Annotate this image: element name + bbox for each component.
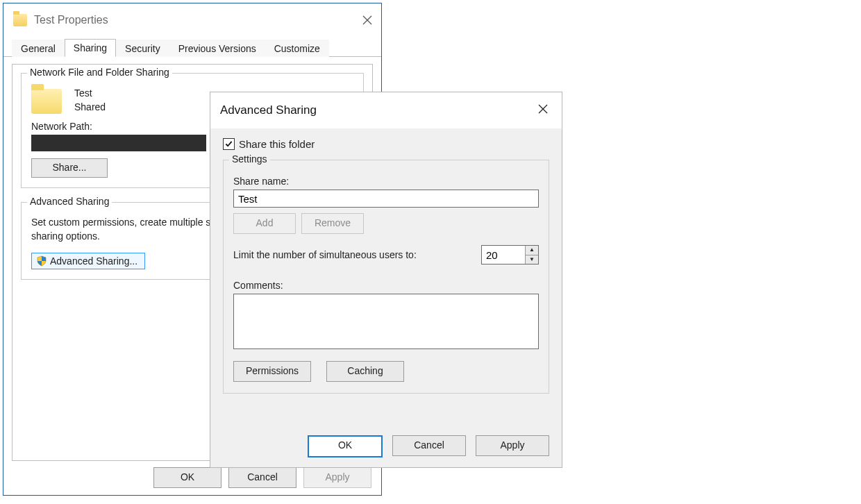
advanced-sharing-button-label: Advanced Sharing... (50, 255, 137, 267)
window-title: Test Properties (34, 14, 360, 26)
close-icon[interactable] (538, 103, 552, 117)
properties-titlebar[interactable]: Test Properties (3, 3, 381, 37)
folder-info: Test Shared (74, 86, 106, 114)
tab-previous-versions[interactable]: Previous Versions (169, 40, 265, 57)
dialog-titlebar[interactable]: Advanced Sharing (210, 92, 562, 128)
share-name-input[interactable] (233, 190, 539, 208)
network-path-value[interactable] (31, 135, 206, 151)
caching-button[interactable]: Caching (326, 361, 404, 382)
spinner-down-icon[interactable]: ▼ (526, 255, 538, 264)
apply-button[interactable]: Apply (476, 435, 549, 456)
dialog-title: Advanced Sharing (220, 103, 317, 117)
tabs: General Sharing Security Previous Versio… (3, 37, 381, 57)
shield-icon (36, 255, 47, 267)
tab-general[interactable]: General (12, 40, 65, 57)
ok-button[interactable]: OK (153, 467, 221, 488)
advanced-sharing-button[interactable]: Advanced Sharing... (31, 253, 145, 269)
share-status: Shared (74, 100, 106, 114)
share-this-folder-checkbox[interactable] (223, 138, 235, 150)
close-icon[interactable] (360, 13, 374, 27)
spinner-up-icon[interactable]: ▲ (526, 246, 538, 255)
share-this-folder-label: Share this folder (239, 138, 315, 150)
remove-button[interactable]: Remove (301, 213, 364, 234)
limit-label: Limit the number of simultaneous users t… (233, 249, 417, 260)
settings-legend: Settings (229, 153, 270, 165)
add-button[interactable]: Add (233, 213, 296, 234)
share-button[interactable]: Share... (31, 158, 108, 178)
cancel-button[interactable]: Cancel (392, 435, 466, 456)
tab-sharing[interactable]: Sharing (65, 39, 116, 57)
share-name-label: Share name: (233, 176, 539, 187)
network-sharing-legend: Network File and Folder Sharing (27, 67, 172, 78)
comments-label: Comments: (233, 280, 539, 291)
share-this-folder-row[interactable]: Share this folder (223, 138, 549, 150)
settings-group: Settings Share name: Add Remove Limit th… (223, 160, 549, 394)
permissions-button[interactable]: Permissions (233, 361, 311, 382)
limit-value-input[interactable] (482, 246, 525, 264)
folder-name: Test (74, 86, 106, 100)
tab-customize[interactable]: Customize (265, 40, 329, 57)
properties-button-row: OK Cancel Apply (153, 467, 371, 488)
advanced-sharing-dialog: Advanced Sharing Share this folder Setti… (210, 92, 562, 468)
cancel-button[interactable]: Cancel (228, 467, 296, 488)
tab-security[interactable]: Security (116, 40, 169, 57)
ok-button[interactable]: OK (308, 435, 383, 457)
dialog-body: Share this folder Settings Share name: A… (210, 128, 562, 401)
folder-icon (31, 89, 62, 114)
apply-button[interactable]: Apply (303, 467, 371, 488)
dialog-button-row: OK Cancel Apply (210, 435, 562, 457)
comments-input[interactable] (233, 294, 539, 349)
folder-icon (13, 14, 27, 26)
limit-spinner[interactable]: ▲ ▼ (481, 245, 539, 264)
advanced-sharing-legend: Advanced Sharing (27, 196, 112, 207)
